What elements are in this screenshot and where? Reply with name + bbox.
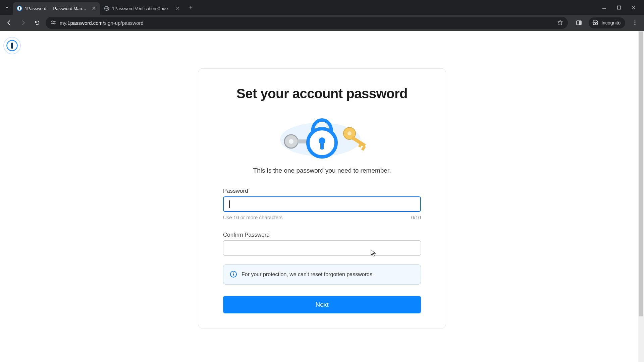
onepassword-favicon-icon	[17, 6, 22, 11]
svg-point-18	[289, 139, 293, 144]
lock-and-key-illustration	[223, 111, 421, 161]
text-caret	[229, 200, 230, 208]
address-bar[interactable]: my.1password.com/sign-up/password	[46, 17, 568, 29]
svg-rect-2	[19, 7, 20, 10]
forward-button[interactable]	[17, 17, 29, 28]
password-counter: 0/10	[411, 215, 421, 220]
incognito-icon	[592, 19, 599, 26]
svg-point-12	[635, 22, 636, 23]
scrollbar-thumb[interactable]	[639, 32, 643, 316]
incognito-label: Incognito	[601, 20, 621, 25]
reload-button[interactable]	[32, 17, 43, 28]
tab-search-dropdown[interactable]	[1, 2, 13, 13]
site-settings-icon[interactable]	[50, 19, 56, 26]
browser-chrome: 1Password — Password Manager 1Password V…	[0, 0, 644, 31]
subtitle: This is the one password you need to rem…	[223, 167, 421, 174]
incognito-indicator[interactable]: Incognito	[589, 17, 625, 28]
svg-point-9	[593, 23, 595, 25]
svg-point-5	[52, 21, 53, 22]
confirm-password-label: Confirm Password	[223, 232, 421, 238]
svg-point-10	[596, 23, 598, 25]
svg-point-6	[54, 23, 55, 24]
url-text: my.1password.com/sign-up/password	[60, 20, 144, 26]
back-button[interactable]	[3, 17, 15, 28]
password-label: Password	[223, 188, 421, 194]
close-icon[interactable]	[91, 6, 97, 11]
info-text: For your protection, we can't reset forg…	[241, 271, 374, 278]
info-box: i For your protection, we can't reset fo…	[223, 264, 421, 285]
svg-rect-8	[579, 21, 582, 25]
page-viewport: Set your account password	[0, 31, 644, 362]
scrollbar[interactable]	[638, 31, 644, 362]
svg-rect-22	[320, 143, 324, 149]
new-tab-button[interactable]: +	[186, 4, 196, 11]
next-button[interactable]: Next	[223, 296, 421, 313]
svg-point-13	[635, 24, 636, 25]
tab-title: 1Password — Password Manager	[25, 6, 89, 11]
password-hint: Use 10 or more characters	[223, 215, 283, 220]
maximize-icon[interactable]	[616, 4, 622, 10]
tab-strip: 1Password — Password Manager 1Password V…	[0, 0, 644, 15]
window-controls	[601, 4, 644, 10]
svg-point-11	[635, 20, 636, 21]
signup-password-card: Set your account password	[198, 68, 446, 328]
tab-title: 1Password Verification Code	[112, 6, 172, 11]
close-icon[interactable]	[175, 6, 180, 11]
svg-rect-26	[361, 145, 366, 151]
svg-point-24	[347, 131, 352, 135]
onepassword-logo[interactable]	[3, 37, 21, 54]
tab-1password-manager[interactable]: 1Password — Password Manager	[13, 2, 100, 15]
password-input[interactable]	[223, 196, 421, 212]
kebab-menu-icon[interactable]	[629, 17, 641, 28]
close-window-icon[interactable]	[631, 4, 637, 10]
bookmark-icon[interactable]	[557, 19, 563, 26]
toolbar: my.1password.com/sign-up/password	[0, 15, 644, 31]
svg-rect-15	[11, 43, 13, 49]
svg-rect-4	[617, 6, 621, 9]
globe-favicon-icon	[104, 6, 109, 11]
page-title: Set your account password	[223, 86, 421, 101]
confirm-password-input[interactable]	[223, 240, 421, 256]
minimize-icon[interactable]	[601, 4, 607, 10]
tab-verification-code[interactable]: 1Password Verification Code	[100, 2, 184, 15]
info-icon: i	[230, 271, 237, 278]
side-panel-icon[interactable]	[573, 17, 585, 28]
